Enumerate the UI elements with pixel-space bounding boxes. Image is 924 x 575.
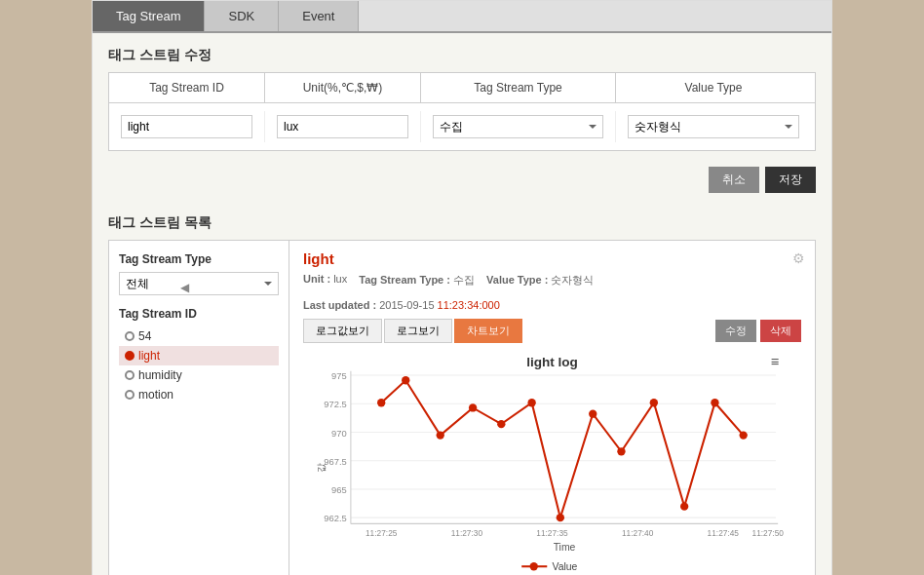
- radio-dot: [125, 331, 135, 341]
- stream-list-item-label: motion: [138, 388, 173, 402]
- input-cell-unit: [265, 111, 421, 142]
- form-actions: 취소 저장: [93, 159, 831, 201]
- chart-svg: 값 975 972.5 970 967.5 965 962.5: [303, 351, 801, 575]
- svg-text:972.5: 972.5: [324, 399, 346, 409]
- col-header-unit: Unit(%,℃,$,₩): [265, 73, 421, 102]
- edit-form: Tag Stream ID Unit(%,℃,$,₩) Tag Stream T…: [108, 72, 816, 151]
- data-point: [469, 403, 477, 411]
- tab-bar: Tag Stream SDK Event: [93, 1, 831, 33]
- stream-list-item[interactable]: light: [119, 346, 279, 365]
- svg-text:967.5: 967.5: [324, 456, 346, 467]
- stream-list-item[interactable]: humidity: [119, 365, 279, 385]
- stream-list-item-label: 54: [138, 329, 151, 343]
- type-select[interactable]: 수집 제어: [433, 115, 603, 138]
- chart-actions: 로그값보기 로그보기 차트보기 수정 삭제: [303, 319, 801, 343]
- svg-text:970: 970: [331, 428, 347, 439]
- stream-list-item[interactable]: 54: [119, 326, 279, 346]
- chart-line: [381, 380, 743, 518]
- delete-button[interactable]: 삭제: [760, 320, 801, 342]
- unit-input[interactable]: [277, 115, 408, 138]
- tab-tag-stream[interactable]: Tag Stream: [93, 1, 205, 31]
- svg-text:11:27:25: 11:27:25: [366, 528, 398, 538]
- meta-value-type: Value Type : 숫자형식: [486, 273, 594, 288]
- list-section: Tag Stream Type 전체 수집 제어 Tag Stream ID 5…: [108, 240, 816, 575]
- data-point: [377, 399, 385, 406]
- svg-text:962.5: 962.5: [324, 513, 346, 523]
- radio-dot: [125, 370, 135, 380]
- legend-label: Value: [553, 561, 578, 572]
- data-point: [589, 410, 597, 418]
- svg-text:11:27:40: 11:27:40: [622, 528, 654, 538]
- edit-section-title: 태그 스트림 수정: [93, 33, 831, 72]
- stream-type-select-wrap: 전체 수집 제어: [119, 272, 279, 295]
- log-value-btn[interactable]: 로그값보기: [303, 319, 382, 343]
- stream-list-item-label: humidity: [138, 368, 182, 382]
- svg-text:11:27:30: 11:27:30: [451, 528, 483, 538]
- svg-text:11:27:45: 11:27:45: [708, 528, 740, 538]
- data-point: [680, 502, 688, 510]
- form-header: Tag Stream ID Unit(%,℃,$,₩) Tag Stream T…: [109, 73, 815, 103]
- tab-event[interactable]: Event: [279, 1, 359, 31]
- view-btns: 로그값보기 로그보기 차트보기: [303, 319, 522, 343]
- main-container: Tag Stream SDK Event 태그 스트림 수정 Tag Strea…: [92, 0, 832, 575]
- stream-meta: Unit : lux Tag Stream Type : 수집 Value Ty…: [303, 273, 801, 311]
- input-cell-id: [109, 111, 265, 142]
- data-point: [711, 399, 718, 406]
- right-panel: ⚙ light Unit : lux Tag Stream Type : 수집 …: [289, 241, 815, 575]
- stream-type-label: Tag Stream Type: [119, 252, 279, 266]
- data-point: [437, 431, 444, 439]
- log-btn[interactable]: 로그보기: [384, 319, 452, 343]
- cancel-button[interactable]: 취소: [709, 167, 759, 193]
- svg-text:965: 965: [331, 484, 347, 495]
- data-point: [617, 447, 625, 455]
- meta-stream-type: Tag Stream Type : 수집: [359, 273, 475, 288]
- form-inputs: 수집 제어 숫자형식 문자형식: [109, 103, 815, 150]
- meta-last-updated: Last updated : 2015-09-15 11:23:34:000: [303, 299, 500, 311]
- stream-type-filter[interactable]: 전체 수집 제어: [119, 272, 279, 295]
- x-axis-label: Time: [554, 542, 576, 553]
- chart-title: light log: [526, 355, 578, 369]
- list-section-title: 태그 스트림 목록: [93, 201, 831, 240]
- collapse-arrow[interactable]: ◀: [180, 281, 189, 294]
- legend-dot: [530, 562, 538, 570]
- edit-button[interactable]: 수정: [715, 320, 756, 342]
- left-panel: Tag Stream Type 전체 수집 제어 Tag Stream ID 5…: [109, 241, 289, 575]
- data-point: [402, 376, 409, 384]
- save-button[interactable]: 저장: [765, 167, 816, 193]
- stream-id-label: Tag Stream ID: [119, 307, 279, 321]
- input-cell-value-type: 숫자형식 문자형식: [616, 111, 811, 142]
- svg-text:11:27:35: 11:27:35: [536, 528, 568, 538]
- hamburger-icon[interactable]: ≡: [771, 354, 780, 369]
- radio-dot-selected: [125, 351, 135, 361]
- stream-list-item[interactable]: motion: [119, 385, 279, 404]
- stream-list: 54 light humidity motion: [119, 326, 279, 404]
- data-point: [527, 399, 535, 406]
- chart-container: 값 975 972.5 970 967.5 965 962.5: [303, 351, 801, 575]
- data-point: [740, 431, 748, 439]
- col-header-value-type: Value Type: [616, 73, 811, 102]
- input-cell-type: 수집 제어: [421, 111, 616, 142]
- svg-text:975: 975: [331, 370, 347, 381]
- col-header-type: Tag Stream Type: [421, 73, 616, 102]
- radio-dot: [125, 390, 135, 400]
- stream-name: light: [303, 250, 801, 267]
- gear-icon[interactable]: ⚙: [792, 250, 805, 266]
- svg-text:11:27:50: 11:27:50: [752, 528, 785, 538]
- meta-unit: Unit : lux: [303, 273, 347, 288]
- edit-del-btns: 수정 삭제: [715, 320, 801, 342]
- chart-btn[interactable]: 차트보기: [454, 319, 522, 343]
- data-point: [557, 514, 564, 521]
- tab-sdk[interactable]: SDK: [205, 1, 279, 31]
- stream-list-item-label: light: [138, 349, 160, 363]
- data-point: [650, 399, 658, 406]
- id-input[interactable]: [121, 115, 252, 138]
- data-point: [497, 420, 505, 428]
- col-header-id: Tag Stream ID: [109, 73, 265, 102]
- value-type-select[interactable]: 숫자형식 문자형식: [628, 115, 799, 138]
